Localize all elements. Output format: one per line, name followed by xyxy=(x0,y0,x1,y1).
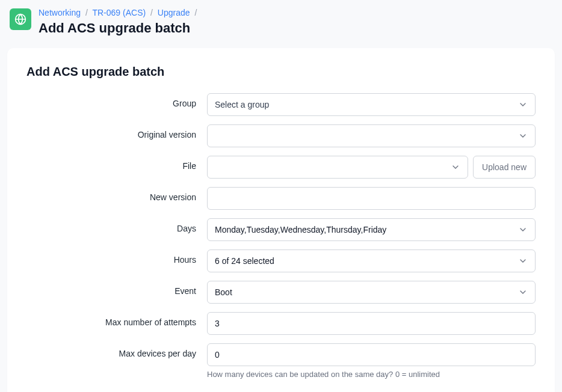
form-row-new-version: New version xyxy=(26,187,536,210)
max-attempts-label: Max number of attempts xyxy=(26,312,207,327)
event-label: Event xyxy=(26,281,207,296)
page-header: Networking / TR-069 (ACS) / Upgrade / Ad… xyxy=(7,7,555,36)
hours-value: 6 of 24 selected xyxy=(215,256,528,266)
breadcrumb-link-tr069[interactable]: TR-069 (ACS) xyxy=(92,8,146,17)
max-attempts-field[interactable] xyxy=(215,313,528,334)
breadcrumb-separator: / xyxy=(150,8,153,17)
hours-select[interactable]: 6 of 24 selected xyxy=(207,250,536,272)
new-version-field[interactable] xyxy=(215,188,528,209)
new-version-label: New version xyxy=(26,187,207,202)
form-row-original-version: Original version xyxy=(26,124,536,147)
hours-label: Hours xyxy=(26,250,207,265)
group-select[interactable]: Select a group xyxy=(207,93,536,116)
header-text: Networking / TR-069 (ACS) / Upgrade / Ad… xyxy=(39,7,552,36)
form-card: Add ACS upgrade batch Group Select a gro… xyxy=(7,48,555,392)
event-value: Boot xyxy=(215,287,528,297)
max-devices-help: How many devices can be updated on the s… xyxy=(207,370,536,379)
form-row-hours: Hours 6 of 24 selected xyxy=(26,250,536,272)
form-row-days: Days Monday,Tuesday,Wednesday,Thursday,F… xyxy=(26,218,536,241)
card-title: Add ACS upgrade batch xyxy=(26,65,536,79)
original-version-select[interactable] xyxy=(207,124,536,147)
form-row-max-devices: Max devices per day How many devices can… xyxy=(26,343,536,379)
original-version-label: Original version xyxy=(26,124,207,139)
new-version-input[interactable] xyxy=(207,187,536,210)
max-devices-input[interactable] xyxy=(207,343,536,366)
page-title: Add ACS upgrade batch xyxy=(39,20,552,36)
form-row-event: Event Boot xyxy=(26,281,536,304)
file-label: File xyxy=(26,156,207,171)
chevron-down-icon xyxy=(518,131,528,141)
group-select-value: Select a group xyxy=(215,100,528,109)
group-label: Group xyxy=(26,93,207,108)
file-select[interactable] xyxy=(207,156,468,179)
form-row-file: File Upload new xyxy=(26,156,536,179)
max-devices-label: Max devices per day xyxy=(26,343,207,358)
form-row-max-attempts: Max number of attempts xyxy=(26,312,536,335)
breadcrumb: Networking / TR-069 (ACS) / Upgrade / xyxy=(39,7,552,19)
chevron-down-icon xyxy=(451,162,460,172)
days-select[interactable]: Monday,Tuesday,Wednesday,Thursday,Friday xyxy=(207,218,536,241)
breadcrumb-separator: / xyxy=(194,8,197,17)
event-select[interactable]: Boot xyxy=(207,281,536,304)
upload-new-button[interactable]: Upload new xyxy=(473,156,536,179)
breadcrumb-link-networking[interactable]: Networking xyxy=(39,8,81,17)
max-devices-field[interactable] xyxy=(215,344,528,366)
globe-icon xyxy=(10,8,31,30)
days-value: Monday,Tuesday,Wednesday,Thursday,Friday xyxy=(215,225,528,234)
breadcrumb-link-upgrade[interactable]: Upgrade xyxy=(158,8,190,17)
breadcrumb-separator: / xyxy=(85,8,88,17)
days-label: Days xyxy=(26,218,207,233)
max-attempts-input[interactable] xyxy=(207,312,536,335)
form-row-group: Group Select a group xyxy=(26,93,536,116)
